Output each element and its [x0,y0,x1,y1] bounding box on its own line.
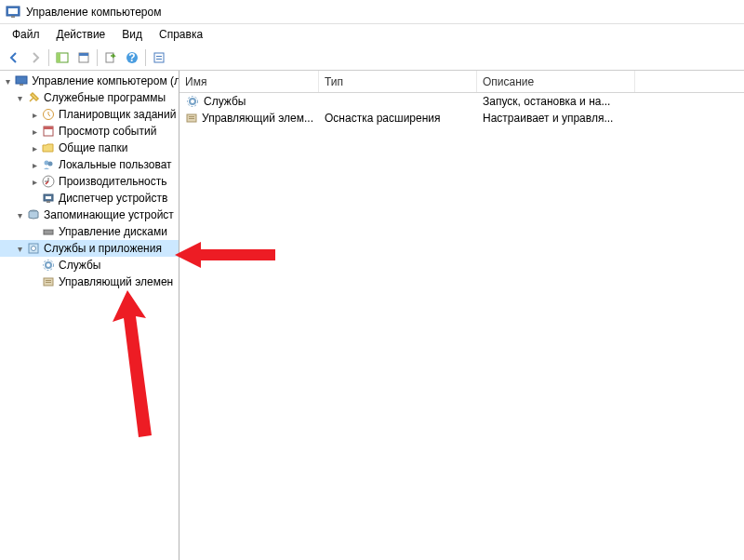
wmi-icon [185,111,198,126]
toolbar-separator [145,49,146,66]
tree-services[interactable]: Службы [0,257,179,273]
expander-icon[interactable]: ▾ [13,208,26,221]
tree-shared-folders[interactable]: ▸ Общие папки [0,140,179,156]
help-button[interactable]: ? [122,47,142,68]
menu-help[interactable]: Справка [151,26,211,43]
tree-system-tools[interactable]: ▾ Служебные программы [0,89,179,106]
window-title: Управление компьютером [26,6,161,19]
cell-text: Управляющий элем... [202,112,313,125]
properties-button[interactable] [73,47,94,68]
tree-performance[interactable]: ▸ Производительность [0,173,179,190]
tree-label: Служебные программы [44,91,167,104]
svg-rect-10 [154,53,164,62]
svg-rect-32 [46,280,51,281]
expander-icon[interactable]: ▸ [28,125,41,138]
device-manager-icon [41,191,56,206]
cell-type: Оснастка расширения [319,112,477,125]
svg-rect-6 [79,53,88,56]
app-icon [6,5,20,20]
tree-event-viewer[interactable]: ▸ Просмотр событий [0,123,179,140]
svg-rect-13 [16,76,27,84]
forward-button[interactable] [25,47,46,68]
expander-icon[interactable]: ▾ [2,74,15,87]
users-icon [41,157,56,172]
storage-icon [26,207,41,222]
expander-icon[interactable]: ▸ [28,158,41,171]
tree-local-users[interactable]: ▸ Локальные пользоват [0,156,179,173]
titlebar: Управление компьютером [0,0,744,24]
export-button[interactable] [100,47,121,68]
menu-view[interactable]: Вид [113,26,151,43]
menubar: Файл Действие Вид Справка [0,24,744,45]
wmi-icon [41,274,56,289]
cell-name: Управляющий элем... [179,111,319,126]
column-header-type[interactable]: Тип [319,71,477,92]
list-row[interactable]: Управляющий элем... Оснастка расширения … [179,110,744,127]
tree-label: Просмотр событий [59,125,158,138]
svg-rect-1 [8,8,18,14]
action-button[interactable] [149,47,169,68]
tree-services-and-apps[interactable]: ▾ Службы и приложения [0,240,179,257]
svg-rect-12 [156,59,162,60]
tree-label: Производительность [59,175,168,188]
tree-label: Службы [59,259,102,272]
tree-label: Планировщик заданий [59,108,178,121]
expander-icon[interactable]: ▾ [13,91,26,104]
expander-icon[interactable]: ▸ [28,141,41,154]
back-button[interactable] [4,47,24,68]
cell-name: Службы [179,94,319,109]
tree-pane[interactable]: ▾ Управление компьютером (л ▾ Служебные … [0,71,179,560]
tree-task-scheduler[interactable]: ▸ Планировщик заданий [0,106,179,123]
svg-rect-14 [20,84,23,86]
tools-icon [26,90,41,105]
expander-icon[interactable]: ▸ [28,175,41,188]
expander-icon[interactable]: ▾ [13,242,26,255]
tree-disk-management[interactable]: Управление дисками [0,223,179,240]
svg-rect-26 [44,229,53,230]
show-hide-tree-button[interactable] [52,47,73,68]
tree-label: Диспетчер устройств [59,192,169,205]
svg-rect-37 [189,116,194,117]
tree-label: Управление компьютером (л [32,74,179,87]
computer-mgmt-icon [15,73,30,88]
toolbar-separator [48,49,49,66]
cell-description: Запуск, остановка и на... [477,95,635,108]
services-gear-icon [185,94,200,109]
column-header-description[interactable]: Описание [477,71,635,92]
tree-label: Управляющий элемен [59,275,175,288]
column-header-name[interactable]: Имя [179,71,319,92]
cell-description: Настраивает и управля... [477,112,635,125]
expander-icon[interactable]: ▸ [28,108,41,121]
list-pane: Имя Тип Описание Службы Запуск, остановк… [179,71,744,560]
event-viewer-icon [41,124,56,139]
services-gear-icon [41,258,56,273]
disk-icon [41,224,56,239]
tree-device-manager[interactable]: Диспетчер устройств [0,190,179,207]
content: ▾ Управление компьютером (л ▾ Служебные … [0,71,744,560]
toolbar: ? [0,45,744,71]
tree-label: Запоминающие устройст [44,208,176,221]
svg-text:?: ? [128,51,135,64]
list-header: Имя Тип Описание [179,71,744,93]
list-row[interactable]: Службы Запуск, остановка и на... [179,93,744,110]
svg-rect-17 [44,127,53,129]
svg-point-29 [46,262,51,268]
tree-label: Службы и приложения [44,242,164,255]
svg-rect-2 [11,16,15,18]
tree-label: Локальные пользоват [59,158,174,171]
tree-root[interactable]: ▾ Управление компьютером (л [0,73,179,89]
svg-point-34 [190,99,195,104]
svg-rect-22 [46,196,51,199]
tree-storage[interactable]: ▾ Запоминающие устройст [0,207,179,223]
clock-icon [41,107,56,122]
tree-wmi-control[interactable]: Управляющий элемен [0,273,179,290]
svg-rect-4 [57,53,60,62]
svg-point-28 [32,247,36,251]
tree-label: Общие папки [59,141,129,154]
menu-action[interactable]: Действие [48,26,114,43]
tree-label: Управление дисками [59,225,169,238]
list-body: Службы Запуск, остановка и на... Управля… [179,93,744,560]
menu-file[interactable]: Файл [4,26,48,43]
svg-rect-33 [46,282,51,283]
svg-point-19 [48,162,53,167]
